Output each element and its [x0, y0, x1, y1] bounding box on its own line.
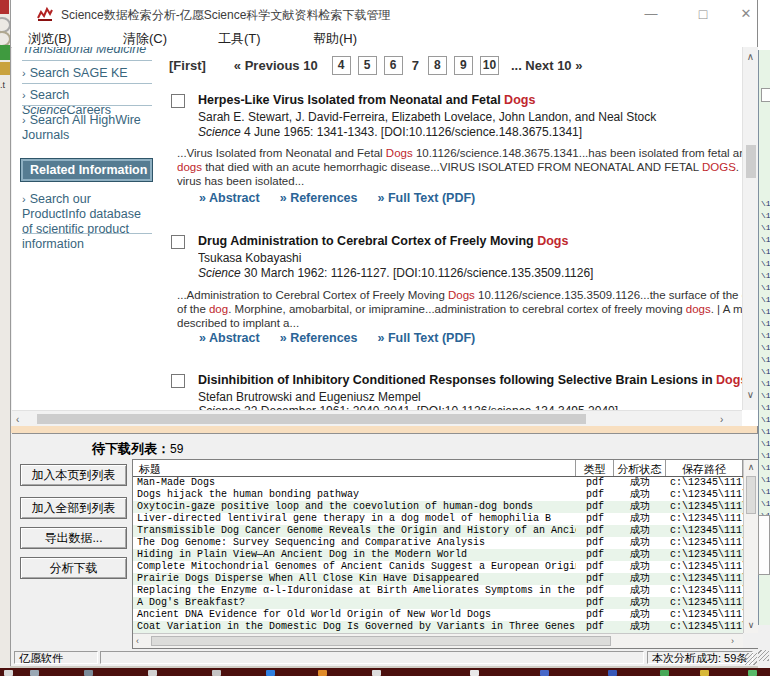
page-button-8[interactable]: 8: [428, 56, 447, 75]
pagination-next[interactable]: ... Next 10 »: [511, 58, 583, 73]
page-button-5[interactable]: 5: [358, 56, 377, 75]
table-row[interactable]: Replacing the Enzyme α-l-Iduronidase at …: [133, 585, 743, 597]
result-checkbox[interactable]: [171, 374, 185, 388]
minimize-button[interactable]: —: [634, 0, 668, 28]
table-row[interactable]: Ancient DNA Evidence for Old World Origi…: [133, 609, 743, 621]
result-title[interactable]: Herpes-Like Virus Isolated from Neonatal…: [198, 93, 754, 107]
cell-type: pdf: [576, 609, 614, 621]
screen: .t Science数据检索分析-亿愿Science科学文献资料检索下载管理 —…: [0, 0, 770, 676]
menu-item-1[interactable]: 浏览(B): [28, 30, 71, 48]
result-links: » Abstract» References» Full Text (PDF): [199, 191, 495, 205]
column-header-1[interactable]: 标题: [133, 460, 576, 476]
column-header-3[interactable]: 分析状态: [614, 460, 666, 476]
download-table: 标题类型分析状态保存路径 Man-Made Dogspdf成功c:\12345\…: [132, 459, 759, 649]
text-segment: Science: [198, 266, 241, 280]
panel-button-2[interactable]: 加入全部到列表: [20, 497, 127, 519]
taskbar[interactable]: [0, 668, 770, 676]
background-list-line: \1: [761, 320, 770, 328]
menu-item-3[interactable]: 工具(T): [218, 30, 261, 48]
page-button-6[interactable]: 6: [384, 56, 403, 75]
snippet-line: of the dog. Morphine, amobarbital, or im…: [177, 302, 754, 316]
result-checkbox[interactable]: [171, 94, 185, 108]
table-row[interactable]: Man-Made Dogspdf成功c:\12345\111\: [133, 477, 743, 489]
table-row[interactable]: Complete Mitochondrial Genomes of Ancien…: [133, 561, 743, 573]
resize-grip[interactable]: [745, 653, 757, 665]
sidebar-item-1[interactable]: ›Search SAGE KE: [22, 66, 154, 81]
table-row[interactable]: Hiding in Plain View—An Ancient Dog in t…: [133, 549, 743, 561]
result-link-abstract[interactable]: » Abstract: [199, 331, 260, 345]
table-body: Man-Made Dogspdf成功c:\12345\111\Dogs hija…: [133, 477, 743, 633]
background-list-line: \1: [761, 368, 770, 376]
page-button-9[interactable]: 9: [454, 56, 473, 75]
taskbar-icon: [372, 670, 381, 676]
chevron-down-icon[interactable]: ∨: [744, 618, 758, 632]
table-row[interactable]: Prairie Dogs Disperse When All Close Kin…: [133, 573, 743, 585]
highlighted-term: dogs: [177, 161, 202, 173]
page-button-4[interactable]: 4: [332, 56, 351, 75]
chevron-down-icon[interactable]: ∨: [743, 389, 758, 400]
result-title[interactable]: Drug Administration to Cerebral Cortex o…: [198, 234, 754, 248]
table-horizontal-scrollbar[interactable]: ‹ ›: [133, 633, 743, 648]
table-row[interactable]: Oxytocin-gaze positive loop and the coev…: [133, 501, 743, 513]
scrollbar-thumb[interactable]: [746, 476, 756, 514]
menu-item-2[interactable]: 清除(C): [123, 30, 167, 48]
sidebar-item-productinfo[interactable]: ›Search our ProductInfo database of scie…: [22, 192, 150, 252]
cell-type: pdf: [576, 489, 614, 501]
text-segment: ...Administration to Cerebral Cortex of …: [177, 289, 448, 301]
column-header-4[interactable]: 保存路径: [666, 460, 743, 476]
result-checkbox[interactable]: [171, 235, 185, 249]
result-link-references[interactable]: » References: [280, 331, 358, 345]
panel-button-3[interactable]: 导出数据...: [20, 527, 127, 549]
cell-title: The Dog Genome: Survey Sequencing and Co…: [133, 537, 576, 549]
text-segment: 4 June 1965: 1341-1343. [DOI:10.1126/sci…: [241, 125, 582, 139]
chevron-right-icon[interactable]: ›: [731, 634, 734, 648]
result-link-abstract[interactable]: » Abstract: [199, 191, 260, 205]
result-title[interactable]: Disinhibition of Inhibitory Conditioned …: [198, 373, 754, 387]
result-snippet: ...Virus Isolated from Neonatal and Feta…: [177, 146, 754, 188]
result-link-references[interactable]: » References: [280, 191, 358, 205]
background-list-line: \1: [761, 260, 770, 268]
table-row[interactable]: A Dog's Breakfast?pdf成功c:\12345\111\: [133, 597, 743, 609]
result-link-full-text-pdf-[interactable]: » Full Text (PDF): [378, 331, 476, 345]
taskbar-icon: [470, 670, 479, 676]
pagination: [First]« Previous 1045678910... Next 10 …: [169, 55, 582, 75]
page-button-10[interactable]: 10: [480, 56, 499, 75]
scrollbar-thumb[interactable]: [151, 636, 611, 646]
cell-type: pdf: [576, 585, 614, 597]
cell-path: c:\12345\111\: [666, 573, 743, 585]
column-header-2[interactable]: 类型: [576, 460, 614, 476]
text-segment: Search All HighWire Journals: [22, 113, 141, 142]
result-link-full-text-pdf-[interactable]: » Full Text (PDF): [378, 191, 476, 205]
panel-button-4[interactable]: 分析下载: [20, 557, 127, 579]
pagination-first[interactable]: [First]: [169, 58, 206, 73]
scrollbar-thumb[interactable]: [37, 414, 586, 424]
text-segment: of the: [177, 303, 209, 315]
text-segment: ...Virus Isolated from Neonatal and Feta…: [177, 147, 386, 159]
cell-type: pdf: [576, 501, 614, 513]
pagination-previous[interactable]: « Previous 10: [234, 58, 318, 73]
cell-path: c:\12345\111\: [666, 501, 743, 513]
table-row[interactable]: Liver-directed lentiviral gene therapy i…: [133, 513, 743, 525]
taskbar-icon: [84, 670, 93, 676]
scrollbar-thumb[interactable]: [746, 145, 756, 178]
table-row[interactable]: Coat Variation in the Domestic Dog Is Go…: [133, 621, 743, 633]
taskbar-icon: [318, 670, 327, 676]
table-row[interactable]: The Dog Genome: Survey Sequencing and Co…: [133, 537, 743, 549]
table-row[interactable]: Transmissible Dog Cancer Genome Reveals …: [133, 525, 743, 537]
chevron-up-icon[interactable]: ∧: [743, 51, 758, 62]
menu-item-4[interactable]: 帮助(H): [313, 30, 357, 48]
browser-vertical-scrollbar[interactable]: ∧ ∨: [742, 47, 758, 410]
table-vertical-scrollbar[interactable]: ∧ ∨: [743, 460, 758, 633]
table-row[interactable]: Dogs hijack the human bonding pathwaypdf…: [133, 489, 743, 501]
browser-horizontal-scrollbar[interactable]: ‹ ›: [12, 410, 742, 426]
chevron-left-icon[interactable]: ‹: [136, 634, 139, 648]
panel-button-1[interactable]: 加入本页到列表: [20, 464, 127, 486]
chevron-right-icon[interactable]: ›: [720, 414, 723, 425]
chevron-left-icon[interactable]: ‹: [16, 414, 19, 425]
arrow-bullet-icon: ›: [22, 67, 26, 79]
sidebar-item-3[interactable]: ›Search All HighWire Journals: [22, 113, 154, 143]
link-bullet-icon: »: [280, 191, 290, 205]
cell-title: Complete Mitochondrial Genomes of Ancien…: [133, 561, 576, 573]
chevron-up-icon[interactable]: ∧: [744, 460, 758, 474]
maximize-button[interactable]: □: [686, 0, 720, 28]
